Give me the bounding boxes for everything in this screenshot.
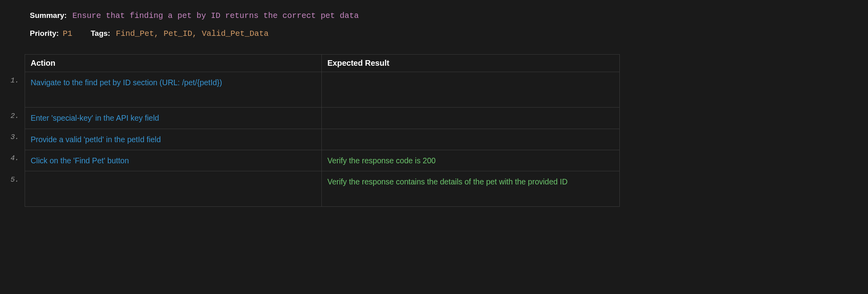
- tags-block: Tags: Find_Pet, Pet_ID, Valid_Pet_Data: [91, 29, 269, 38]
- table-header-row: Action Expected Result: [25, 55, 620, 72]
- table-row: Click on the 'Find Pet' buttonVerify the…: [25, 150, 620, 171]
- step-expected: [322, 108, 620, 129]
- row-number: 5.: [6, 176, 19, 184]
- row-number: 4.: [6, 154, 19, 162]
- header-expected: Expected Result: [322, 55, 620, 72]
- step-expected: Verify the response code is 200: [322, 150, 620, 171]
- tags-value: Find_Pet, Pet_ID, Valid_Pet_Data: [116, 29, 269, 38]
- table-row: Enter 'special-key' in the API key field: [25, 108, 620, 129]
- steps-table: Action Expected Result Navigate to the f…: [25, 54, 620, 207]
- step-expected: [322, 129, 620, 150]
- summary-row: Summary: Ensure that finding a pet by ID…: [30, 11, 650, 20]
- priority-value: P1: [63, 29, 72, 38]
- tags-label: Tags:: [91, 29, 110, 38]
- priority-tags-row: Priority: P1 Tags: Find_Pet, Pet_ID, Val…: [30, 29, 650, 38]
- table-row: Navigate to the find pet by ID section (…: [25, 72, 620, 108]
- step-action: [25, 171, 322, 207]
- step-action: Enter 'special-key' in the API key field: [25, 108, 322, 129]
- test-case-panel: Summary: Ensure that finding a pet by ID…: [30, 11, 650, 207]
- priority-label: Priority:: [30, 29, 59, 38]
- row-number: 1.: [6, 76, 19, 84]
- summary-label: Summary:: [30, 11, 67, 20]
- step-action: Click on the 'Find Pet' button: [25, 150, 322, 171]
- step-expected: Verify the response contains the details…: [322, 171, 620, 207]
- steps-table-wrap: Action Expected Result Navigate to the f…: [25, 54, 650, 207]
- step-action: Navigate to the find pet by ID section (…: [25, 72, 322, 108]
- summary-value: Ensure that finding a pet by ID returns …: [72, 11, 359, 20]
- table-row: Provide a valid 'petId' in the petId fie…: [25, 129, 620, 150]
- table-row: Verify the response contains the details…: [25, 171, 620, 207]
- step-action: Provide a valid 'petId' in the petId fie…: [25, 129, 322, 150]
- row-number: 3.: [6, 133, 19, 141]
- step-expected: [322, 72, 620, 108]
- header-action: Action: [25, 55, 322, 72]
- row-number: 2.: [6, 112, 19, 120]
